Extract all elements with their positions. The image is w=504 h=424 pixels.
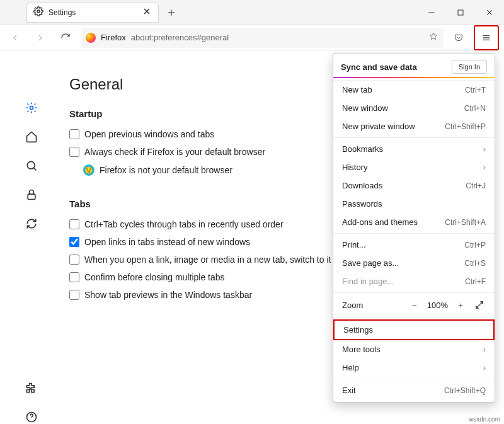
nav-sync-icon[interactable]: [25, 217, 38, 231]
chevron-right-icon: ›: [483, 144, 486, 154]
menu-help[interactable]: Help›: [333, 358, 495, 377]
nav-extensions-icon[interactable]: [25, 381, 38, 395]
zoom-out-button[interactable]: −: [408, 299, 421, 311]
sidebar: [0, 50, 63, 424]
nav-search-icon[interactable]: [25, 159, 38, 173]
url-host: Firefox: [101, 33, 126, 42]
chevron-right-icon: ›: [483, 163, 486, 172]
gear-icon: [33, 6, 43, 18]
address-bar[interactable]: Firefox about:preferences#general: [81, 28, 444, 48]
menu-sync-header: Sync and save data Sign In: [333, 54, 495, 81]
svg-point-2: [30, 106, 33, 110]
menu-find[interactable]: Find in page...Ctrl+F: [333, 272, 495, 290]
new-tab-button[interactable]: [163, 4, 180, 21]
menu-zoom: Zoom − 100% +: [333, 295, 495, 315]
nav-home-icon[interactable]: [25, 130, 38, 144]
open-links-checkbox[interactable]: [69, 237, 79, 247]
menu-more-tools[interactable]: More tools›: [333, 340, 495, 358]
svg-point-0: [37, 10, 40, 13]
back-button[interactable]: [5, 28, 25, 48]
forward-button[interactable]: [30, 28, 50, 48]
menu-save-as[interactable]: Save page as...Ctrl+S: [333, 254, 495, 272]
app-menu: Sync and save data Sign In New tabCtrl+T…: [333, 53, 495, 403]
menu-new-tab[interactable]: New tabCtrl+T: [333, 81, 495, 99]
fullscreen-button[interactable]: [473, 299, 486, 311]
watermark: wsxdn.com: [469, 416, 500, 423]
menu-exit[interactable]: ExitCtrl+Shift+Q: [333, 381, 495, 399]
menu-new-private[interactable]: New private windowCtrl+Shift+P: [333, 117, 495, 135]
toolbar: Firefox about:preferences#general: [0, 25, 504, 50]
titlebar: Settings: [0, 0, 504, 25]
svg-rect-4: [28, 194, 35, 199]
window-controls: [417, 0, 504, 25]
maximize-button[interactable]: [446, 0, 475, 25]
menu-addons[interactable]: Add-ons and themesCtrl+Shift+A: [333, 213, 495, 231]
pocket-button[interactable]: [449, 28, 469, 48]
menu-passwords[interactable]: Passwords: [333, 195, 495, 213]
svg-rect-1: [458, 10, 463, 15]
previews-checkbox[interactable]: [69, 290, 79, 300]
close-tab-icon[interactable]: [142, 6, 152, 18]
sign-in-button[interactable]: Sign In: [452, 60, 487, 74]
nav-general-icon[interactable]: [25, 101, 38, 115]
chevron-right-icon: ›: [483, 345, 486, 354]
zoom-in-button[interactable]: +: [454, 299, 467, 311]
always-check-checkbox[interactable]: [69, 147, 79, 157]
menu-history[interactable]: History›: [333, 158, 495, 176]
app-menu-button[interactable]: [476, 28, 496, 48]
open-previous-checkbox[interactable]: [69, 129, 79, 139]
sad-face-icon: 😟: [83, 164, 94, 176]
ctrl-tab-checkbox[interactable]: [69, 219, 79, 229]
app-menu-highlight: [474, 25, 499, 50]
nav-privacy-icon[interactable]: [25, 188, 38, 202]
tab-title: Settings: [49, 8, 76, 17]
menu-print[interactable]: Print...Ctrl+P: [333, 236, 495, 254]
svg-point-3: [27, 161, 35, 169]
reload-button[interactable]: [55, 28, 76, 48]
menu-new-window[interactable]: New windowCtrl+N: [333, 99, 495, 117]
menu-settings[interactable]: Settings: [333, 319, 495, 340]
zoom-value: 100%: [427, 301, 448, 310]
confirm-checkbox[interactable]: [69, 272, 79, 282]
nav-help-icon[interactable]: [25, 410, 38, 424]
close-window-button[interactable]: [475, 0, 504, 25]
browser-tab[interactable]: Settings: [26, 3, 159, 23]
url-path: about:preferences#general: [131, 33, 229, 42]
menu-downloads[interactable]: DownloadsCtrl+J: [333, 176, 495, 195]
firefox-logo-icon: [86, 33, 96, 43]
bookmark-star-icon[interactable]: [428, 32, 438, 43]
chevron-right-icon: ›: [483, 363, 486, 372]
switch-checkbox[interactable]: [69, 255, 79, 265]
minimize-button[interactable]: [417, 0, 446, 25]
menu-bookmarks[interactable]: Bookmarks›: [333, 140, 495, 158]
